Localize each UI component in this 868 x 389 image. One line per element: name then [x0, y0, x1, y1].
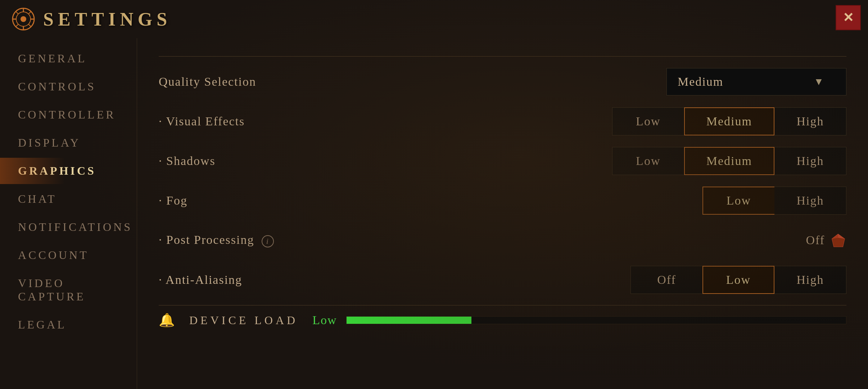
visual-effects-row: · Visual Effects Low Medium High: [159, 107, 846, 136]
top-divider: [159, 56, 846, 57]
main-content: GENERAL CONTROLS CONTROLLER DISPLAY GRAP…: [0, 38, 868, 389]
fog-high[interactable]: High: [774, 187, 846, 215]
device-load-row: 🔔 DEVICE LOAD Low: [159, 313, 846, 328]
sidebar-item-account[interactable]: ACCOUNT: [0, 242, 137, 268]
post-processing-label: · Post Processing i: [159, 233, 339, 247]
page-title: SETTINGS: [43, 9, 171, 30]
fog-row: · Fog Low High: [159, 186, 846, 215]
svg-line-7: [16, 12, 18, 14]
shadows-controls: Low Medium High: [339, 147, 846, 175]
sidebar-item-controls[interactable]: CONTROLS: [0, 73, 137, 100]
fog-options: Low High: [702, 187, 846, 215]
bell-icon: 🔔: [159, 313, 175, 328]
device-load-bar: [346, 316, 846, 324]
header: SETTINGS ✕: [0, 0, 868, 38]
fog-label: · Fog: [159, 194, 339, 207]
anti-aliasing-controls: Off Low High: [339, 266, 846, 294]
visual-effects-low[interactable]: Low: [612, 107, 684, 135]
sidebar: GENERAL CONTROLS CONTROLLER DISPLAY GRAP…: [0, 38, 137, 389]
device-load-fill: [347, 317, 471, 324]
sidebar-item-general[interactable]: GENERAL: [0, 45, 137, 72]
device-load-indicator: Low: [312, 313, 846, 327]
visual-effects-label: · Visual Effects: [159, 115, 339, 128]
post-processing-info-icon[interactable]: i: [262, 235, 274, 247]
anti-aliasing-high[interactable]: High: [774, 266, 846, 294]
settings-icon: [11, 6, 36, 32]
content-area: Quality Selection Medium ▼ · Visual Effe…: [137, 38, 868, 389]
svg-point-2: [21, 16, 26, 22]
sidebar-item-notifications[interactable]: NOTIFICATIONS: [0, 214, 137, 240]
anti-aliasing-label: · Anti-Aliasing: [159, 273, 339, 287]
anti-aliasing-off[interactable]: Off: [630, 266, 702, 294]
gem-icon: [830, 232, 846, 249]
quality-selection-row: Quality Selection Medium ▼: [159, 67, 846, 96]
svg-marker-13: [832, 238, 845, 247]
visual-effects-high[interactable]: High: [774, 107, 846, 135]
svg-line-9: [28, 12, 31, 14]
visual-effects-controls: Low Medium High: [339, 107, 846, 135]
shadows-row: · Shadows Low Medium High: [159, 147, 846, 175]
sidebar-item-video-capture[interactable]: VIDEO CAPTURE: [0, 270, 137, 310]
post-processing-controls: Off: [339, 232, 846, 249]
fog-controls: Low High: [339, 187, 846, 215]
device-load-section: 🔔 DEVICE LOAD Low: [159, 305, 846, 328]
dropdown-arrow-icon: ▼: [814, 76, 824, 88]
sidebar-item-chat[interactable]: CHAT: [0, 186, 137, 212]
post-processing-value-group: Off: [806, 232, 846, 249]
svg-line-8: [28, 24, 31, 27]
device-load-level: Low: [312, 313, 337, 327]
anti-aliasing-row: · Anti-Aliasing Off Low High: [159, 265, 846, 294]
visual-effects-medium[interactable]: Medium: [684, 107, 774, 135]
shadows-low[interactable]: Low: [612, 147, 684, 175]
sidebar-item-controller[interactable]: CONTROLLER: [0, 102, 137, 128]
quality-selection-label: Quality Selection: [159, 75, 339, 89]
quality-selection-controls: Medium ▼: [339, 68, 846, 95]
anti-aliasing-low[interactable]: Low: [702, 266, 774, 294]
sidebar-item-legal[interactable]: LEGAL: [0, 312, 137, 338]
quality-dropdown[interactable]: Medium ▼: [666, 68, 846, 95]
post-processing-row: · Post Processing i Off: [159, 226, 846, 255]
shadows-options: Low Medium High: [612, 147, 846, 175]
visual-effects-options: Low Medium High: [612, 107, 846, 135]
shadows-medium[interactable]: Medium: [684, 147, 774, 175]
sidebar-item-graphics[interactable]: GRAPHICS: [0, 158, 137, 184]
device-load-title: DEVICE LOAD: [189, 314, 298, 327]
close-button[interactable]: ✕: [836, 5, 861, 30]
shadows-high[interactable]: High: [774, 147, 846, 175]
post-processing-value: Off: [806, 233, 825, 247]
svg-line-10: [16, 24, 18, 27]
fog-low[interactable]: Low: [702, 187, 774, 215]
anti-aliasing-options: Off Low High: [630, 266, 846, 294]
shadows-label: · Shadows: [159, 154, 339, 168]
sidebar-item-display[interactable]: DISPLAY: [0, 130, 137, 156]
quality-dropdown-value: Medium: [678, 75, 723, 89]
